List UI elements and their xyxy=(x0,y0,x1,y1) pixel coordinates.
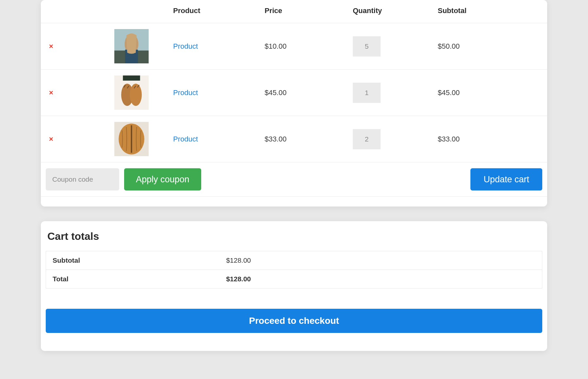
table-row: × Product $10.00 $50.00 xyxy=(41,23,547,70)
col-price-header: Price xyxy=(260,0,348,23)
remove-button[interactable]: × xyxy=(46,87,57,99)
price-cell: $33.00 xyxy=(260,116,348,162)
total-row: Total $128.00 xyxy=(46,270,542,288)
table-row: × Product $33.00 $33.00 xyxy=(41,116,547,162)
total-label: Total xyxy=(46,270,220,288)
coupon-input[interactable] xyxy=(46,168,119,190)
subtotal-value: $128.00 xyxy=(220,251,542,270)
cart-items-card: Product Price Quantity Subtotal × Produc… xyxy=(41,0,547,206)
col-thumbnail xyxy=(70,0,168,23)
subtotal-row: Subtotal $128.00 xyxy=(46,251,542,270)
product-link[interactable]: Product xyxy=(173,135,198,143)
totals-table: Subtotal $128.00 Total $128.00 xyxy=(46,251,542,288)
product-link[interactable]: Product xyxy=(173,42,198,50)
col-product-header: Product xyxy=(168,0,260,23)
quantity-input[interactable] xyxy=(353,36,381,57)
svg-point-7 xyxy=(130,84,142,106)
table-row: × Product $45.00 $45.00 xyxy=(41,70,547,116)
price-cell: $45.00 xyxy=(260,70,348,116)
total-value: $128.00 xyxy=(220,270,542,288)
quantity-input[interactable] xyxy=(353,129,381,149)
col-remove xyxy=(41,0,70,23)
price-cell: $10.00 xyxy=(260,23,348,70)
proceed-to-checkout-button[interactable]: Proceed to checkout xyxy=(46,309,542,333)
product-link[interactable]: Product xyxy=(173,89,198,97)
col-quantity-header: Quantity xyxy=(348,0,433,23)
remove-button[interactable]: × xyxy=(46,41,57,52)
subtotal-cell: $50.00 xyxy=(433,23,547,70)
svg-rect-5 xyxy=(123,75,140,81)
quantity-input[interactable] xyxy=(353,83,381,103)
subtotal-cell: $33.00 xyxy=(433,116,547,162)
subtotal-cell: $45.00 xyxy=(433,70,547,116)
cart-totals-title: Cart totals xyxy=(46,230,542,242)
subtotal-label: Subtotal xyxy=(46,251,220,270)
apply-coupon-button[interactable]: Apply coupon xyxy=(124,168,201,190)
product-thumbnail[interactable] xyxy=(114,75,149,110)
product-thumbnail[interactable] xyxy=(114,122,149,156)
cart-table: Product Price Quantity Subtotal × Produc… xyxy=(41,0,547,197)
remove-button[interactable]: × xyxy=(46,133,57,145)
actions-row: Apply coupon Update cart xyxy=(41,162,547,197)
product-thumbnail[interactable] xyxy=(114,29,149,63)
col-subtotal-header: Subtotal xyxy=(433,0,547,23)
update-cart-button[interactable]: Update cart xyxy=(470,168,542,190)
cart-totals-card: Cart totals Subtotal $128.00 Total $128.… xyxy=(41,221,547,351)
